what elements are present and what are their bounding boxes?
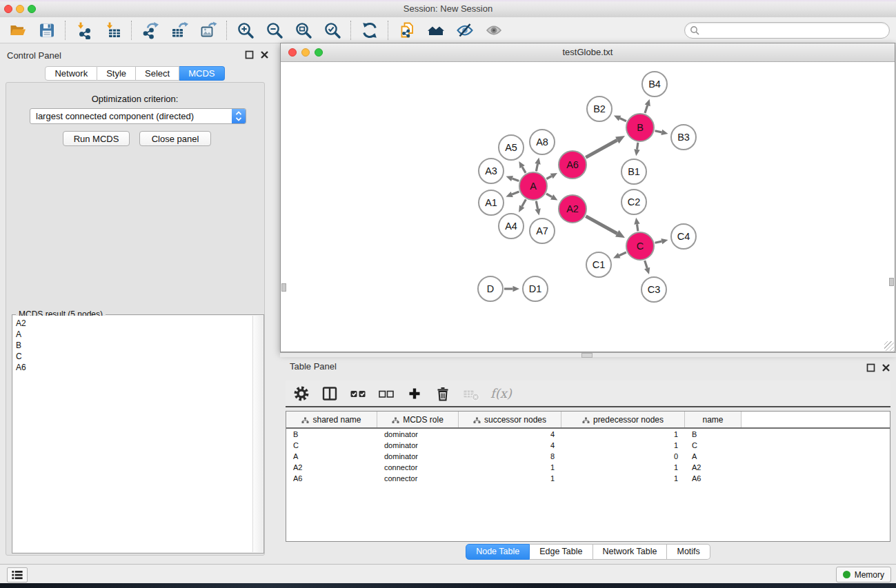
refresh-icon[interactable] [361,21,379,39]
zoom-selected-icon[interactable] [323,21,341,39]
gear-icon[interactable] [292,385,310,403]
graph-node-A6[interactable]: A6 [559,151,586,179]
svg-text:A4: A4 [505,221,517,232]
svg-text:A: A [530,181,537,192]
tab-mcds[interactable]: MCDS [179,66,224,81]
graph-node-C4[interactable]: C4 [671,224,696,249]
task-history-button[interactable] [7,567,28,582]
canvas-right-grip[interactable] [889,278,894,286]
uncheck-pair-icon[interactable] [377,385,395,403]
graph-node-A8[interactable]: A8 [530,130,555,154]
table-panel-close-icon[interactable] [882,363,890,372]
mcds-result-item[interactable]: A6 [13,362,253,373]
network-canvas[interactable]: B4B2BB3A8A5A6A3B1AC2A1A2A4A7C4CC1C3DD1 [281,62,895,352]
table-cell: B [286,430,377,438]
export-table-icon[interactable] [170,21,188,39]
open-folder-icon[interactable] [9,21,27,39]
run-mcds-button[interactable]: Run MCDS [63,131,130,146]
graph-node-C3[interactable]: C3 [641,277,666,302]
table-row[interactable]: A2connector11A2 [286,462,890,473]
home-icon[interactable] [427,21,445,39]
graph-node-B[interactable]: B [626,114,654,141]
network-close-icon[interactable] [288,48,297,57]
graph-node-C1[interactable]: C1 [586,252,611,277]
column-header-name[interactable]: name [685,412,741,427]
graph-node-A4[interactable]: A4 [499,214,524,239]
zoom-fit-icon[interactable] [295,21,312,39]
table-row[interactable]: Adominator80A [286,451,890,462]
graph-node-C2[interactable]: C2 [621,190,646,214]
mcds-result-item[interactable]: A2 [13,318,253,329]
column-header-predecessor-nodes[interactable]: predecessor nodes [561,412,685,427]
show-panel-icon[interactable] [485,21,503,39]
mcds-result-item[interactable]: C [13,351,253,362]
canvas-left-grip[interactable] [281,283,286,292]
add-column-icon[interactable] [406,385,424,403]
table-cell: dominator [377,441,459,449]
column-header-shared-name[interactable]: shared name [286,412,377,427]
graph-node-A3[interactable]: A3 [479,159,504,183]
tab-network[interactable]: Network [45,66,97,81]
column-label: MCDS role [403,415,444,425]
window-resize-grip[interactable] [884,341,894,351]
search-input[interactable] [702,23,889,37]
graph-node-A1[interactable]: A1 [479,190,504,215]
mcds-result-list[interactable]: A2ABCA6 [13,316,253,552]
memory-button[interactable]: Memory [836,567,891,582]
graph-node-A7[interactable]: A7 [530,219,555,243]
mcds-result-item[interactable]: A [13,329,253,340]
close-panel-button[interactable]: Close panel [139,131,211,146]
export-network-icon[interactable] [141,21,159,39]
tab-style[interactable]: Style [97,66,136,81]
graph-node-A2[interactable]: A2 [559,195,586,223]
graph-node-B4[interactable]: B4 [642,72,667,97]
network-graph[interactable]: B4B2BB3A8A5A6A3B1AC2A1A2A4A7C4CC1C3DD1 [281,62,896,353]
import-table-icon[interactable] [104,21,122,39]
table-panel-float-icon[interactable] [866,363,875,372]
close-window-icon[interactable] [4,5,12,13]
tab-edge-table[interactable]: Edge Table [530,544,593,560]
network-zoom-icon[interactable] [315,48,323,57]
column-header-successor-nodes[interactable]: successor nodes [459,412,561,427]
tab-network-table[interactable]: Network Table [593,544,668,560]
graph-node-A5[interactable]: A5 [499,135,524,160]
delete-column-icon[interactable] [434,385,452,403]
graph-node-B2[interactable]: B2 [587,97,612,121]
table-row[interactable]: Bdominator41B [286,429,890,440]
import-network-icon[interactable] [75,21,93,39]
zoom-out-icon[interactable] [266,21,283,39]
graph-node-B1[interactable]: B1 [621,159,646,184]
panel-divider-grip[interactable] [581,353,593,358]
table-row[interactable]: A6connector11A6 [286,473,890,484]
zoom-in-icon[interactable] [237,21,255,39]
graph-node-D1[interactable]: D1 [523,276,548,301]
hide-panel-icon[interactable] [456,21,474,39]
search-box[interactable] [684,22,890,39]
graph-node-A[interactable]: A [519,172,547,200]
minimize-window-icon[interactable] [16,5,24,13]
tab-motifs[interactable]: Motifs [667,544,710,560]
export-image-icon[interactable] [199,21,217,39]
column-label: name [702,415,723,425]
table-row[interactable]: Cdominator41C [286,440,890,451]
network-window-titlebar[interactable]: testGlobe.txt [281,43,895,62]
check-pair-icon[interactable] [349,385,367,403]
optimization-criterion-label: Optimization criterion: [0,94,270,104]
mcds-result-item[interactable]: B [13,340,253,351]
control-panel-close-icon[interactable] [260,50,269,59]
network-minimize-icon[interactable] [301,48,310,57]
criterion-dropdown[interactable]: largest connected component (directed) [30,108,246,124]
save-floppy-icon[interactable] [38,21,56,39]
graph-node-D[interactable]: D [478,276,503,301]
mcds-list-scrollbar[interactable] [252,316,263,552]
graph-node-C[interactable]: C [626,232,654,260]
copy-network-icon[interactable] [398,21,416,39]
tab-node-table[interactable]: Node Table [466,544,530,560]
tab-select[interactable]: Select [136,66,179,81]
column-header-MCDS-role[interactable]: MCDS role [377,412,459,427]
columns-icon[interactable] [321,385,339,403]
svg-text:A6: A6 [566,159,579,170]
zoom-window-icon[interactable] [28,5,36,13]
graph-node-B3[interactable]: B3 [671,125,696,150]
control-panel-float-icon[interactable] [245,50,254,59]
